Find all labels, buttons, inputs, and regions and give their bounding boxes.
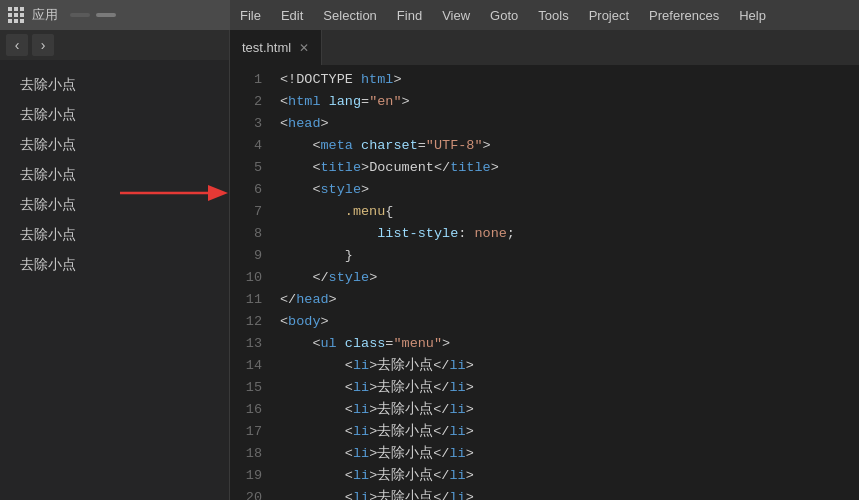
menu-selection[interactable]: Selection	[313, 0, 386, 30]
code-line-14: <li>去除小点</li>	[280, 355, 859, 377]
menu-goto[interactable]: Goto	[480, 0, 528, 30]
app-label: 应用	[32, 6, 58, 24]
nav-back[interactable]: ‹	[6, 34, 28, 56]
code-line-3: <head>	[280, 113, 859, 135]
menu-view[interactable]: View	[432, 0, 480, 30]
menu-edit[interactable]: Edit	[271, 0, 313, 30]
app-tabs	[70, 13, 116, 17]
line-numbers: 1 2 3 4 5 6 7 8 9 10 11 12 13 14 15 16 1…	[230, 65, 272, 500]
code-line-17: <li>去除小点</li>	[280, 421, 859, 443]
code-area[interactable]: 1 2 3 4 5 6 7 8 9 10 11 12 13 14 15 16 1…	[230, 65, 859, 500]
code-line-5: <title>Document</title>	[280, 157, 859, 179]
app-grid-icon	[8, 7, 24, 23]
code-line-8: list-style: none;	[280, 223, 859, 245]
menu-find[interactable]: Find	[387, 0, 432, 30]
sidebar: ‹ › 去除小点 去除小点 去除小点 去除小点 去除小点 去除小点 去除小点	[0, 30, 230, 500]
code-content: <!DOCTYPE html> <html lang="en"> <head> …	[272, 65, 859, 500]
sidebar-item-7[interactable]: 去除小点	[0, 250, 229, 280]
sidebar-nav: ‹ ›	[0, 30, 229, 60]
code-line-7: .menu{	[280, 201, 859, 223]
code-line-4: <meta charset="UTF-8">	[280, 135, 859, 157]
app-tab-1[interactable]	[70, 13, 90, 17]
code-line-1: <!DOCTYPE html>	[280, 69, 859, 91]
code-line-11: </head>	[280, 289, 859, 311]
menu-file[interactable]: File	[230, 0, 271, 30]
editor: test.html ✕ 1 2 3 4 5 6 7 8 9 10 11 12 1…	[230, 30, 859, 500]
app-tab-2[interactable]	[96, 13, 116, 17]
code-line-15: <li>去除小点</li>	[280, 377, 859, 399]
menu-items: File Edit Selection Find View Goto Tools…	[230, 0, 776, 30]
sidebar-item-1[interactable]: 去除小点	[0, 70, 229, 100]
app-bar: 应用	[0, 0, 230, 30]
sidebar-item-5[interactable]: 去除小点	[0, 190, 229, 220]
nav-forward[interactable]: ›	[32, 34, 54, 56]
code-line-16: <li>去除小点</li>	[280, 399, 859, 421]
menu-preferences[interactable]: Preferences	[639, 0, 729, 30]
sidebar-item-4[interactable]: 去除小点	[0, 160, 229, 190]
sidebar-list: 去除小点 去除小点 去除小点 去除小点 去除小点 去除小点 去除小点	[0, 60, 229, 500]
code-line-19: <li>去除小点</li>	[280, 465, 859, 487]
tab-close-icon[interactable]: ✕	[299, 41, 309, 55]
menu-tools[interactable]: Tools	[528, 0, 578, 30]
code-line-6: <style>	[280, 179, 859, 201]
sidebar-item-2[interactable]: 去除小点	[0, 100, 229, 130]
menu-bar: 应用 File Edit Selection Find View Goto To…	[0, 0, 859, 30]
tab-label: test.html	[242, 40, 291, 55]
code-line-10: </style>	[280, 267, 859, 289]
code-line-20: <li>去除小点</li>	[280, 487, 859, 500]
code-line-18: <li>去除小点</li>	[280, 443, 859, 465]
tab-test-html[interactable]: test.html ✕	[230, 30, 322, 65]
main-layout: ‹ › 去除小点 去除小点 去除小点 去除小点 去除小点 去除小点 去除小点 t…	[0, 30, 859, 500]
tab-bar: test.html ✕	[230, 30, 859, 65]
code-line-12: <body>	[280, 311, 859, 333]
menu-project[interactable]: Project	[579, 0, 639, 30]
sidebar-item-3[interactable]: 去除小点	[0, 130, 229, 160]
code-line-9: }	[280, 245, 859, 267]
code-line-13: <ul class="menu">	[280, 333, 859, 355]
sidebar-item-6[interactable]: 去除小点	[0, 220, 229, 250]
menu-help[interactable]: Help	[729, 0, 776, 30]
code-line-2: <html lang="en">	[280, 91, 859, 113]
